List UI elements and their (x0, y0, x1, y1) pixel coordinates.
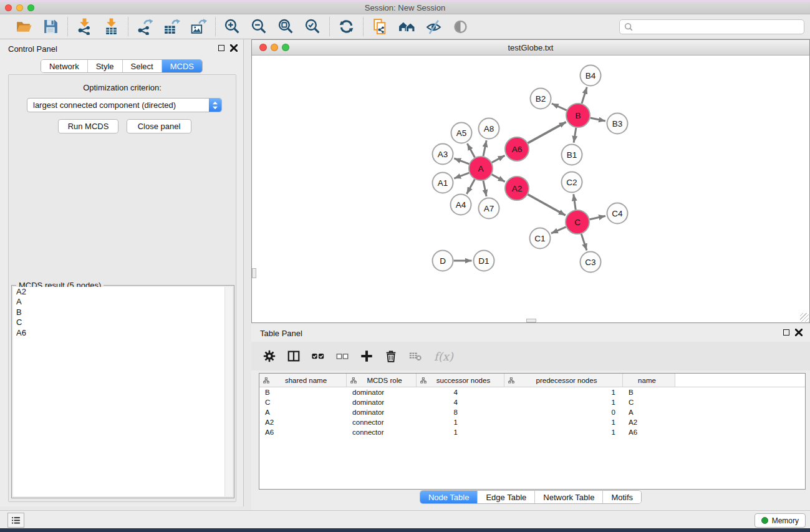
cell-successor-nodes[interactable]: 1 (417, 418, 504, 426)
network-graph[interactable]: B4B2BB3B1A5A8A6A3AA1A2C2A4A7C4CC1C3DD1 (252, 56, 809, 322)
graph-edge-C-C2[interactable] (574, 194, 576, 210)
zoom-out-icon[interactable] (251, 18, 268, 35)
maximize-window-button[interactable] (27, 4, 34, 11)
graph-edge-B-B3[interactable] (591, 118, 605, 121)
cell-mcds-role[interactable]: dominator (347, 409, 417, 416)
close-panel-icon[interactable] (230, 44, 238, 52)
table-row-B[interactable]: Bdominator41B (259, 387, 805, 397)
cell-mcds-role[interactable]: dominator (347, 389, 417, 396)
float-panel-icon[interactable] (218, 45, 224, 51)
graph-edge-A-A5[interactable] (467, 143, 475, 157)
cell-name[interactable]: C (623, 399, 675, 406)
tab-edge-table[interactable]: Edge Table (477, 491, 534, 503)
cell-name[interactable]: A (623, 409, 675, 416)
criterion-dropdown[interactable]: largest connected component (directed) (27, 98, 222, 112)
zoom-selected-icon[interactable] (304, 18, 321, 35)
network-close-button[interactable] (259, 44, 267, 51)
graph-edge-A-A3[interactable] (454, 158, 469, 164)
result-item-C[interactable]: C (13, 317, 233, 327)
delete-column-icon[interactable] (384, 349, 398, 363)
show-panels-icon[interactable] (452, 18, 469, 35)
mcds-result-list[interactable]: A2ABCA6 (13, 287, 233, 496)
cell-shared-name[interactable]: B (259, 389, 347, 396)
canvas-vertical-scroll-thumb[interactable] (252, 268, 256, 278)
network-minimize-button[interactable] (271, 44, 278, 51)
tab-mcds[interactable]: MCDS (162, 60, 202, 72)
graph-edge-C-C1[interactable] (551, 227, 566, 233)
tab-network-table[interactable]: Network Table (534, 491, 602, 503)
clone-network-icon[interactable] (372, 18, 388, 35)
refresh-icon[interactable] (338, 18, 355, 35)
tab-motifs[interactable]: Motifs (602, 491, 641, 503)
graph-edge-A-A6[interactable] (492, 155, 505, 162)
canvas-horizontal-scroll-thumb[interactable] (526, 319, 536, 322)
graph-edge-C-C3[interactable] (581, 234, 587, 250)
search-input[interactable] (634, 22, 804, 31)
settings-gear-icon[interactable] (263, 349, 276, 363)
graph-edge-A6-B[interactable] (528, 122, 566, 143)
graph-edge-A-A8[interactable] (483, 140, 486, 156)
cell-successor-nodes[interactable]: 4 (417, 399, 504, 406)
cybrowser-home-icon[interactable] (398, 18, 415, 35)
table-row-A6[interactable]: A6connector11A6 (259, 427, 805, 437)
export-network-icon[interactable] (137, 18, 153, 35)
add-column-icon[interactable] (360, 349, 374, 363)
cell-shared-name[interactable]: A2 (259, 418, 347, 426)
split-columns-icon[interactable] (287, 349, 301, 363)
cell-predecessor-nodes[interactable]: 1 (504, 399, 623, 406)
cell-name[interactable]: A2 (623, 418, 675, 426)
hide-panels-icon[interactable] (425, 18, 442, 35)
search-box[interactable] (619, 19, 804, 34)
table-row-A[interactable]: Adominator80A (259, 407, 805, 417)
network-maximize-button[interactable] (282, 44, 289, 51)
cell-predecessor-nodes[interactable]: 1 (504, 418, 623, 426)
cell-mcds-role[interactable]: connector (347, 428, 417, 436)
open-session-icon[interactable] (16, 18, 32, 35)
select-all-checkboxes-icon[interactable] (311, 349, 325, 363)
network-window-titlebar[interactable]: testGlobe.txt (252, 40, 809, 56)
close-panel-button[interactable]: Close panel (127, 119, 191, 133)
zoom-in-icon[interactable] (224, 18, 241, 35)
cell-successor-nodes[interactable]: 4 (417, 389, 504, 396)
graph-edge-B-B2[interactable] (552, 104, 567, 110)
save-session-icon[interactable] (42, 18, 59, 35)
minimize-window-button[interactable] (16, 4, 23, 11)
task-history-button[interactable] (7, 513, 24, 528)
result-item-A2[interactable]: A2 (13, 287, 233, 297)
export-table-icon[interactable] (163, 18, 180, 35)
cell-predecessor-nodes[interactable]: 1 (504, 428, 623, 436)
result-list-scrollbar[interactable] (224, 287, 233, 496)
float-table-panel-icon[interactable] (783, 329, 789, 336)
result-item-B[interactable]: B (13, 307, 233, 317)
graph-edge-A-A4[interactable] (466, 180, 475, 194)
column-header-shared-name[interactable]: shared name (259, 374, 347, 387)
cell-shared-name[interactable]: C (259, 399, 347, 406)
tab-select[interactable]: Select (122, 60, 162, 72)
graph-edge-B-B1[interactable] (574, 128, 576, 143)
cell-successor-nodes[interactable]: 8 (417, 409, 504, 416)
node-table[interactable]: shared nameMCDS rolesuccessor nodesprede… (259, 373, 806, 490)
table-row-A2[interactable]: A2connector11A2 (259, 417, 805, 427)
close-window-button[interactable] (5, 4, 12, 11)
deselect-all-checkboxes-icon[interactable] (335, 349, 349, 363)
cell-shared-name[interactable]: A6 (259, 428, 347, 436)
import-table-icon[interactable] (103, 18, 120, 35)
cell-name[interactable]: B (623, 389, 675, 396)
import-network-icon[interactable] (76, 18, 93, 35)
graph-edge-A-A2[interactable] (492, 175, 505, 182)
column-header-successor-nodes[interactable]: successor nodes (417, 374, 504, 387)
cell-mcds-role[interactable]: connector (347, 418, 417, 426)
cell-predecessor-nodes[interactable]: 0 (504, 409, 623, 416)
table-row-C[interactable]: Cdominator41C (259, 397, 805, 407)
window-resize-grip[interactable] (800, 313, 809, 322)
graph-edge-C-C4[interactable] (590, 216, 605, 220)
result-item-A[interactable]: A (13, 297, 233, 307)
close-table-panel-icon[interactable] (795, 329, 803, 336)
zoom-fit-icon[interactable] (277, 18, 294, 35)
column-header-mcds-role[interactable]: MCDS role (347, 374, 417, 387)
tab-network[interactable]: Network (41, 60, 87, 72)
app-titlebar[interactable]: Session: New Session (0, 2, 810, 14)
tab-node-table[interactable]: Node Table (420, 491, 478, 503)
network-canvas[interactable]: B4B2BB3B1A5A8A6A3AA1A2C2A4A7C4CC1C3DD1 (252, 56, 809, 322)
column-header-predecessor-nodes[interactable]: predecessor nodes (504, 374, 623, 387)
